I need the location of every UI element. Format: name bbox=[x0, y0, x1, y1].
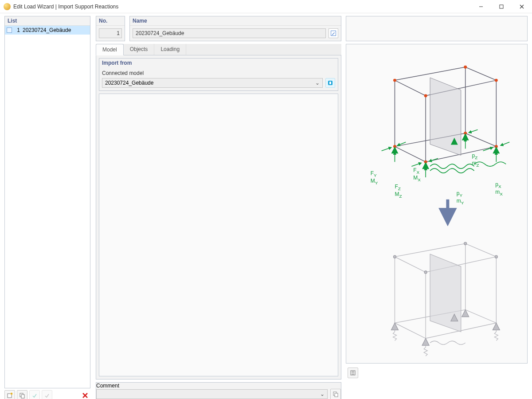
comment-panel: Comment ⌄ bbox=[96, 382, 341, 399]
svg-line-40 bbox=[470, 130, 478, 133]
connected-model-label: Connected model bbox=[102, 70, 335, 76]
svg-line-37 bbox=[411, 163, 420, 166]
svg-text:MY: MY bbox=[371, 178, 378, 185]
tabs-area: Model Objects Loading Import from Connec… bbox=[96, 44, 341, 379]
name-panel: Name bbox=[129, 16, 341, 41]
tab-content-model: Import from Connected model 20230724_Geb… bbox=[96, 55, 341, 379]
svg-line-34 bbox=[382, 148, 391, 151]
svg-text:FY: FY bbox=[371, 170, 377, 178]
copy-item-button[interactable] bbox=[17, 390, 27, 399]
list-item[interactable]: 1 20230724_Gebäude bbox=[5, 26, 90, 35]
comment-label: Comment bbox=[96, 383, 341, 389]
tab-model[interactable]: Model bbox=[96, 44, 124, 55]
preview-svg: FY MY FZ MZ FX MX pZ mZ pY mY pX mX bbox=[346, 44, 527, 363]
svg-point-22 bbox=[495, 79, 498, 82]
main-area: No. Name Model Obje bbox=[93, 13, 532, 399]
maximize-button[interactable] bbox=[491, 0, 512, 13]
svg-text:MX: MX bbox=[413, 175, 421, 182]
svg-text:pY: pY bbox=[457, 190, 463, 198]
svg-marker-70 bbox=[493, 323, 500, 330]
list-item-name: 20230724_Gebäude bbox=[23, 27, 88, 33]
no-label: No. bbox=[96, 16, 125, 26]
svg-rect-1 bbox=[500, 5, 503, 8]
import-from-panel: Import from Connected model 20230724_Geb… bbox=[99, 58, 338, 91]
tab-content-body bbox=[99, 94, 338, 376]
svg-point-65 bbox=[464, 242, 467, 245]
no-panel: No. bbox=[96, 16, 125, 41]
list-toolbar bbox=[4, 388, 90, 399]
preview-panel[interactable]: FY MY FZ MZ FX MX pZ mZ pY mY pX mX bbox=[346, 44, 528, 364]
close-button[interactable] bbox=[512, 0, 532, 13]
edit-name-button[interactable] bbox=[329, 28, 338, 38]
chevron-down-icon: ⌄ bbox=[315, 80, 320, 86]
list-body[interactable]: 1 20230724_Gebäude bbox=[5, 26, 90, 388]
comment-library-button[interactable] bbox=[330, 389, 341, 399]
tab-objects[interactable]: Objects bbox=[124, 44, 155, 55]
svg-point-66 bbox=[495, 255, 497, 258]
connected-model-value: 20230724_Gebäude bbox=[105, 80, 153, 86]
svg-point-67 bbox=[424, 271, 427, 274]
name-input[interactable] bbox=[133, 28, 326, 38]
name-label: Name bbox=[130, 16, 341, 26]
svg-text:mZ: mZ bbox=[472, 160, 479, 168]
comment-combo[interactable]: ⌄ bbox=[96, 389, 328, 399]
connected-model-combo[interactable]: 20230724_Gebäude ⌄ bbox=[102, 78, 323, 88]
title-bar: Edit Load Wizard | Import Support Reacti… bbox=[0, 0, 532, 13]
svg-text:mY: mY bbox=[457, 198, 464, 205]
svg-point-64 bbox=[393, 255, 396, 258]
svg-marker-71 bbox=[422, 338, 429, 345]
list-item-number: 1 bbox=[15, 27, 20, 33]
preview-toolbar bbox=[346, 366, 528, 379]
svg-line-43 bbox=[501, 142, 509, 145]
svg-text:FZ: FZ bbox=[395, 184, 400, 191]
minimize-button[interactable] bbox=[471, 0, 491, 13]
tabs-bar: Model Objects Loading bbox=[96, 44, 341, 55]
tab-loading[interactable]: Loading bbox=[154, 44, 186, 55]
new-item-button[interactable] bbox=[4, 390, 15, 399]
svg-text:pZ: pZ bbox=[472, 153, 478, 160]
svg-text:FX: FX bbox=[413, 167, 419, 175]
svg-rect-12 bbox=[329, 82, 331, 84]
svg-point-20 bbox=[393, 79, 396, 82]
no-input[interactable] bbox=[99, 28, 122, 38]
import-from-header: Import from bbox=[99, 59, 338, 67]
preview-settings-button[interactable] bbox=[348, 368, 358, 378]
svg-rect-75 bbox=[335, 393, 338, 397]
svg-marker-30 bbox=[493, 146, 500, 153]
svg-marker-31 bbox=[422, 162, 429, 169]
list-header: List bbox=[5, 16, 90, 26]
checkout-button bbox=[42, 390, 52, 399]
window-title: Edit Load Wizard | Import Support Reacti… bbox=[13, 4, 118, 10]
svg-text:pX: pX bbox=[495, 181, 501, 189]
connected-model-action-button[interactable] bbox=[325, 78, 335, 88]
svg-rect-7 bbox=[21, 395, 24, 398]
chevron-down-icon: ⌄ bbox=[320, 391, 325, 397]
preview-header-blank bbox=[346, 16, 528, 41]
delete-item-button[interactable] bbox=[80, 390, 90, 399]
svg-point-23 bbox=[424, 94, 427, 97]
list-item-icon bbox=[7, 27, 12, 33]
svg-point-21 bbox=[464, 66, 467, 69]
left-column: List 1 20230724_Gebäude bbox=[0, 13, 93, 399]
checkin-button bbox=[29, 390, 40, 399]
list-panel: List 1 20230724_Gebäude bbox=[4, 16, 90, 388]
svg-text:mX: mX bbox=[495, 189, 503, 196]
svg-text:MZ: MZ bbox=[395, 191, 402, 199]
app-icon bbox=[4, 3, 11, 10]
